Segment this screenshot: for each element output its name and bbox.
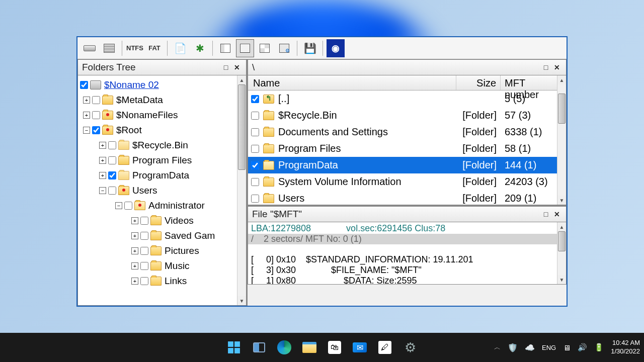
list-close-btn[interactable]: ✕ [552, 62, 562, 72]
tray-lang[interactable]: ENG [542, 344, 556, 351]
tree-chk-users[interactable] [108, 187, 116, 195]
file-maximize-btn[interactable]: □ [541, 209, 551, 219]
export-btn[interactable]: 📄 [171, 39, 189, 57]
tree-admin[interactable]: Administrator [148, 200, 205, 211]
tray-weather-icon[interactable]: ☁️ [525, 343, 535, 352]
file-chk[interactable] [251, 145, 259, 153]
tree-close-btn[interactable]: ✕ [232, 62, 242, 72]
tree-noname[interactable]: $NonameFiles [116, 110, 178, 121]
tree-chk-noname[interactable] [92, 111, 100, 119]
tree-exp-noname[interactable]: + [83, 112, 90, 119]
tree-exp-links[interactable]: + [131, 278, 138, 285]
tree-music[interactable]: Music [165, 260, 190, 272]
file-row[interactable]: [..]5 (5) [248, 90, 566, 107]
file-row[interactable]: Program Files[Folder]58 (1) [248, 140, 566, 157]
tree-chk-sg[interactable] [140, 232, 148, 240]
col-mft[interactable]: MFT number [501, 75, 566, 90]
file-row[interactable]: Documents and Settings[Folder]6338 (1) [248, 124, 566, 140]
taskview-button[interactable] [249, 337, 270, 358]
tree-videos[interactable]: Videos [165, 215, 194, 226]
new-btn[interactable]: ✱ [191, 39, 209, 57]
settings-button[interactable]: ⚙ [399, 337, 421, 358]
scroll-thumb[interactable] [238, 84, 246, 170]
scroll-thumb[interactable] [558, 94, 566, 124]
tree-chk-links[interactable] [140, 277, 148, 285]
file-row[interactable]: System Volume Information[Folder]24203 (… [248, 173, 566, 190]
drive-icon-btn[interactable] [80, 39, 99, 57]
tree-maximize-btn[interactable]: □ [221, 62, 231, 72]
col-name[interactable]: Name [248, 75, 456, 90]
mft-scrollbar[interactable]: ▲ ▼ [557, 222, 566, 284]
file-chk[interactable] [251, 95, 259, 103]
file-row[interactable]: $Recycle.Bin[Folder]57 (3) [248, 107, 566, 124]
tree-exp-users[interactable]: − [99, 187, 106, 194]
file-row[interactable]: ProgramData[Folder]144 (1) [248, 157, 566, 173]
tree-exp-admin[interactable]: − [115, 202, 122, 209]
mail-button[interactable]: ✉ [349, 337, 370, 358]
tree-sg[interactable]: Saved Gam [165, 230, 215, 241]
explorer-button[interactable] [299, 337, 320, 358]
store-button[interactable]: 🛍 [324, 337, 345, 358]
logo-btn[interactable]: ◉ [327, 39, 345, 57]
view4-btn[interactable]: ⚙ [275, 39, 293, 57]
scroll-down-icon[interactable]: ▼ [557, 196, 566, 205]
tree-chk-pf[interactable] [108, 156, 116, 164]
tree-exp-sroot[interactable]: − [83, 127, 90, 134]
tree-exp-videos[interactable]: + [131, 217, 138, 224]
scroll-down-icon[interactable]: ▼ [557, 275, 566, 284]
edge-button[interactable] [274, 337, 295, 358]
fat-btn[interactable]: FAT [145, 39, 164, 57]
tree-scrollbar[interactable]: ▲ ▼ [237, 75, 246, 305]
view2-btn[interactable] [236, 39, 254, 57]
file-row[interactable]: Users[Folder]209 (1) [248, 190, 566, 205]
tree-root[interactable]: $Noname 02 [104, 79, 159, 90]
tree-links[interactable]: Links [165, 276, 187, 287]
ntfs-btn[interactable]: NTFS [126, 39, 144, 57]
tree-users[interactable]: Users [132, 185, 157, 196]
view1-btn[interactable] [216, 39, 234, 57]
tray-clock[interactable]: 10:42 AM 1/30/2022 [611, 339, 640, 356]
list-scrollbar[interactable]: ▲ ▼ [557, 75, 566, 205]
tree-chk-root[interactable] [80, 81, 88, 89]
drives-icon-btn[interactable] [100, 39, 118, 57]
scroll-up-icon[interactable]: ▲ [557, 75, 566, 84]
tree-recycle[interactable]: $Recycle.Bin [132, 140, 188, 151]
scroll-up-icon[interactable]: ▲ [237, 75, 246, 84]
start-button[interactable] [223, 337, 245, 358]
save-btn[interactable]: 💾 [301, 39, 319, 57]
file-chk[interactable] [251, 178, 259, 186]
app-button[interactable]: 🖊 [374, 337, 395, 358]
file-chk[interactable] [251, 195, 259, 203]
view3-btn[interactable] [256, 39, 274, 57]
col-size[interactable]: Size [456, 75, 501, 90]
scroll-up-icon[interactable]: ▲ [557, 222, 566, 231]
tree-chk-metadata[interactable] [92, 96, 100, 104]
tree-chk-recycle[interactable] [108, 141, 116, 149]
tray-chevron-icon[interactable]: ︿ [494, 343, 501, 352]
file-chk[interactable] [251, 161, 259, 169]
tree-chk-pd[interactable] [108, 171, 116, 179]
scroll-down-icon[interactable]: ▼ [237, 296, 246, 305]
tree-exp-sg[interactable]: + [131, 232, 138, 239]
tree-exp-pd[interactable]: + [99, 172, 106, 179]
tree-chk-pics[interactable] [140, 247, 148, 255]
tree-exp-music[interactable]: + [131, 262, 138, 269]
tray-battery-icon[interactable]: 🔋 [594, 343, 604, 352]
file-chk[interactable] [251, 128, 259, 136]
tree-pf[interactable]: Program Files [132, 155, 192, 166]
tray-volume-icon[interactable]: 🔊 [578, 343, 587, 352]
tree-chk-admin[interactable] [124, 202, 132, 210]
tray-security-icon[interactable]: 🛡️ [508, 343, 518, 352]
tray-network-icon[interactable]: 🖥 [563, 343, 571, 352]
tree-sroot[interactable]: $Root [116, 125, 142, 136]
tree-exp-recycle[interactable]: + [99, 142, 106, 149]
tree-chk-videos[interactable] [140, 217, 148, 225]
tree-metadata[interactable]: $MetaData [116, 95, 163, 106]
tree-pd[interactable]: ProgramData [132, 170, 189, 181]
tree-exp-pf[interactable]: + [99, 157, 106, 164]
tree-chk-music[interactable] [140, 262, 148, 270]
tree-pics[interactable]: Pictures [165, 245, 199, 256]
tree-exp-pics[interactable]: + [131, 247, 138, 254]
tree-chk-sroot[interactable] [92, 126, 100, 134]
scroll-thumb[interactable] [558, 231, 566, 251]
